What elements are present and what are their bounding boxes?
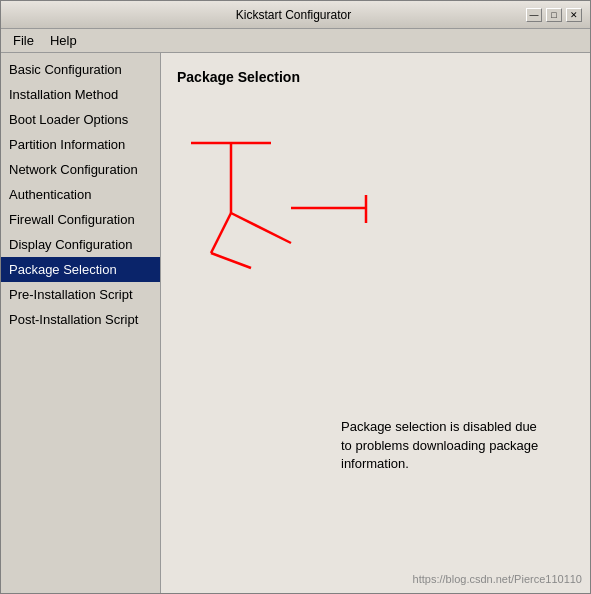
menu-help[interactable]: Help: [42, 31, 85, 50]
menubar: File Help: [1, 29, 590, 53]
minimize-button[interactable]: —: [526, 8, 542, 22]
title-bar: Kickstart Configurator — □ ✕: [1, 1, 590, 29]
disabled-message: Package selection is disabled due to pro…: [341, 418, 541, 473]
sidebar-item-authentication[interactable]: Authentication: [1, 182, 160, 207]
svg-line-5: [211, 213, 231, 253]
menu-file[interactable]: File: [5, 31, 42, 50]
window-title: Kickstart Configurator: [61, 8, 526, 22]
maximize-button[interactable]: □: [546, 8, 562, 22]
content-area: Basic Configuration Installation Method …: [1, 53, 590, 593]
sidebar: Basic Configuration Installation Method …: [1, 53, 161, 593]
sidebar-item-package-selection[interactable]: Package Selection: [1, 257, 160, 282]
window-controls: — □ ✕: [526, 8, 582, 22]
annotation-drawing: [191, 113, 411, 313]
sidebar-item-installation-method[interactable]: Installation Method: [1, 82, 160, 107]
sidebar-item-post-installation-script[interactable]: Post-Installation Script: [1, 307, 160, 332]
sidebar-item-display-configuration[interactable]: Display Configuration: [1, 232, 160, 257]
svg-line-2: [231, 213, 291, 243]
sidebar-item-firewall-configuration[interactable]: Firewall Configuration: [1, 207, 160, 232]
sidebar-item-partition-information[interactable]: Partition Information: [1, 132, 160, 157]
panel-title: Package Selection: [177, 69, 574, 85]
watermark: https://blog.csdn.net/Pierce110110: [413, 573, 582, 585]
svg-line-6: [211, 253, 251, 268]
sidebar-item-boot-loader-options[interactable]: Boot Loader Options: [1, 107, 160, 132]
sidebar-item-pre-installation-script[interactable]: Pre-Installation Script: [1, 282, 160, 307]
sidebar-item-basic-configuration[interactable]: Basic Configuration: [1, 57, 160, 82]
main-window: Kickstart Configurator — □ ✕ File Help B…: [0, 0, 591, 594]
close-button[interactable]: ✕: [566, 8, 582, 22]
sidebar-item-network-configuration[interactable]: Network Configuration: [1, 157, 160, 182]
main-panel: Package Selection Package selection is d…: [161, 53, 590, 593]
